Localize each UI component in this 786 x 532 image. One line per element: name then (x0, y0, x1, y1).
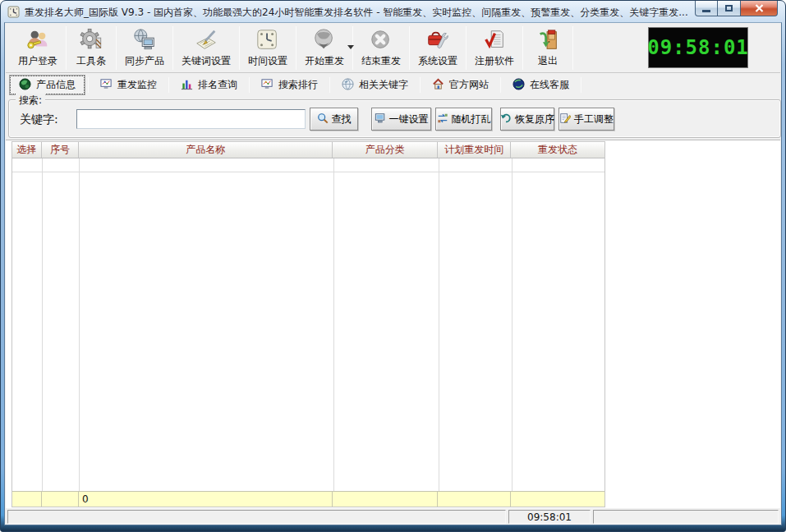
grid-column-line (333, 158, 334, 491)
toolbar-separator (172, 26, 173, 70)
toolbar-separator (572, 26, 573, 70)
toolbar-button-register[interactable]: 注册软件 (467, 24, 522, 72)
content-panel: 选择 序号 产品名称 产品分类 计划重发时间 重发状态 (6, 140, 780, 508)
header-product-category: 产品分类 (333, 142, 438, 158)
toolbox-wrench-icon (425, 27, 450, 53)
bar-chart-icon (181, 78, 193, 93)
tab-label: 排名查询 (198, 78, 237, 92)
toolbar-label: 开始重发 (305, 54, 344, 68)
clock-display: 09:58:01 (648, 27, 748, 68)
toolbar-separator (466, 26, 467, 70)
app-window: 重发排名大师_国际版 V9.3 - 国内首家、功能最强大的24小时智能重发排名软… (0, 0, 786, 532)
window-title: 重发排名大师_国际版 V9.3 - 国内首家、功能最强大的24小时智能重发排名软… (25, 6, 688, 20)
grid-header-row: 选择 序号 产品名称 产品分类 计划重发时间 重发状态 (12, 142, 604, 158)
footer-cell (12, 492, 42, 507)
dropdown-arrow-icon[interactable] (347, 45, 354, 49)
monitor-chart-icon (261, 78, 273, 93)
tab-official-website[interactable]: 官方网站 (424, 76, 497, 94)
toolbar-label: 同步产品 (125, 54, 164, 68)
footer-cell (438, 492, 511, 507)
random-shuffle-button[interactable]: 随机打乱 (435, 108, 492, 131)
exit-door-icon (535, 27, 560, 53)
edit-icon (559, 112, 571, 126)
button-label: 一键设置 (389, 112, 429, 126)
clock-app-icon (7, 6, 21, 19)
grid-column-line (512, 158, 513, 491)
magnifier-icon (317, 112, 329, 126)
toolbar-separator (66, 26, 67, 70)
header-repost-status: 重发状态 (511, 142, 604, 158)
footer-cell (42, 492, 79, 507)
toolbar-separator (409, 26, 410, 70)
tab-search-ranking[interactable]: 搜索排行 (253, 76, 326, 94)
toolbar-button-user-login[interactable]: 用户登录 (11, 24, 65, 72)
button-label: 随机打乱 (452, 112, 491, 126)
toolbar-separator (296, 26, 296, 70)
tab-related-keywords[interactable]: 相关关键字 (333, 76, 416, 94)
toolbar-label: 关键词设置 (182, 54, 231, 68)
toolbar-button-sync-products[interactable]: 同步产品 (117, 24, 172, 72)
toolbar-button-time-settings[interactable]: 时间设置 (241, 24, 295, 72)
tab-label: 产品信息 (36, 78, 76, 92)
toolbar-button-toolbar[interactable]: 工具条 (67, 24, 115, 72)
window-controls (695, 1, 778, 16)
globe-dark-icon (513, 78, 525, 93)
tab-product-info[interactable]: 产品信息 (10, 76, 85, 94)
keyword-input[interactable] (76, 109, 306, 129)
grid-column-line (439, 158, 439, 491)
toolbar-button-keyword-settings[interactable]: 关键词设置 (174, 24, 238, 72)
close-icon (755, 4, 764, 12)
grid-body[interactable] (12, 158, 604, 491)
header-product-name: 产品名称 (79, 142, 333, 158)
status-panel-time: 09:58:01 (508, 510, 591, 524)
tab-label: 相关关键字 (359, 78, 408, 92)
title-bar: 重发排名大师_国际版 V9.3 - 国内首家、功能最强大的24小时智能重发排名软… (1, 1, 785, 22)
button-label: 恢复原序 (515, 112, 554, 126)
toolbar-separator (116, 26, 117, 70)
button-label: 手工调整 (574, 112, 614, 126)
tab-ranking-query[interactable]: 排名查询 (172, 76, 246, 94)
home-icon (432, 78, 444, 93)
gear-icon (79, 27, 103, 53)
tab-repost-monitor[interactable]: 重发监控 (92, 76, 165, 94)
globe-green-icon (19, 78, 31, 93)
toolbar-label: 退出 (538, 54, 558, 68)
users-key-icon (25, 27, 50, 53)
header-planned-time: 计划重发时间 (438, 142, 511, 158)
toolbar-label: 工具条 (76, 54, 106, 68)
tab-label: 官方网站 (449, 78, 489, 92)
minimize-button[interactable] (695, 1, 718, 16)
tab-separator (168, 77, 169, 93)
tab-separator (500, 77, 501, 93)
toolbar-separator (239, 26, 240, 70)
one-click-setup-button[interactable]: 一键设置 (371, 108, 431, 131)
footer-cell (333, 492, 438, 507)
button-label: 查找 (332, 112, 352, 126)
toolbar-label: 结束重发 (361, 54, 401, 68)
toolbar-button-system-settings[interactable]: 系统设置 (411, 24, 465, 72)
manual-adjust-button[interactable]: 手工调整 (558, 108, 614, 131)
restore-order-button[interactable]: 恢复原序 (500, 108, 554, 131)
clock-icon (255, 27, 280, 53)
toolbar-button-exit[interactable]: 退出 (524, 24, 572, 72)
maximize-icon (725, 5, 733, 11)
monitor-chart-icon (100, 78, 113, 93)
close-button[interactable] (740, 1, 778, 16)
keyword-label: 关键字: (20, 112, 58, 127)
tab-label: 搜索排行 (278, 78, 318, 92)
tab-separator (329, 77, 330, 93)
main-toolbar: 用户登录 工具条 同步产品 关键词设置 (6, 24, 780, 73)
find-button[interactable]: 查找 (310, 108, 358, 131)
toolbar-button-stop-repost[interactable]: 结束重发 (354, 24, 408, 72)
maximize-button[interactable] (718, 1, 740, 16)
tab-label: 重发监控 (117, 78, 157, 92)
register-check-icon (482, 27, 507, 53)
tab-online-service[interactable]: 在线客服 (504, 76, 577, 94)
tab-separator (88, 77, 89, 93)
stop-x-icon (369, 27, 393, 53)
toolbar-button-start-repost[interactable]: 开始重发 (297, 24, 352, 72)
tab-separator (581, 77, 581, 93)
status-bar: 09:58:01 (6, 509, 780, 525)
minimize-icon (702, 10, 710, 12)
product-grid: 选择 序号 产品名称 产品分类 计划重发时间 重发状态 (11, 141, 605, 507)
